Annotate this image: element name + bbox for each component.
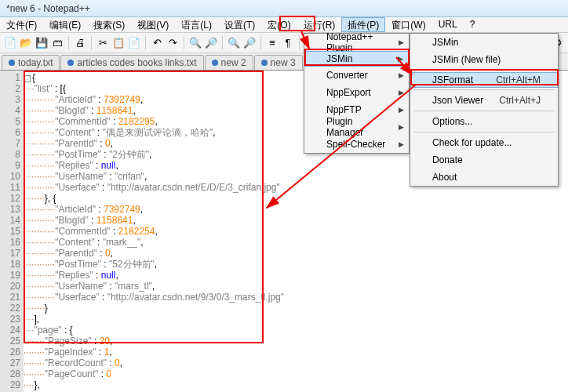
copy-icon[interactable]: 📋 — [111, 36, 126, 50]
tab-label: articles codes books links.txt — [77, 57, 196, 68]
menu-settings[interactable]: 设置(T) — [218, 17, 261, 32]
tab-articles[interactable]: articles codes books links.txt — [60, 55, 203, 70]
chevron-right-icon: ▶ — [398, 55, 403, 63]
zoom-out-icon[interactable]: 🔎 — [242, 36, 257, 50]
menu-search[interactable]: 搜索(S) — [87, 17, 131, 32]
separator — [413, 111, 555, 111]
chevron-right-icon: ▶ — [399, 123, 404, 131]
menu-jsmin-cmd[interactable]: JSMin — [410, 34, 558, 51]
label: JSMin (New file) — [432, 54, 501, 65]
menu-lang[interactable]: 语言(L) — [175, 17, 218, 32]
label: Check for update... — [432, 137, 512, 148]
menu-jsmin[interactable]: JSMin▶ — [304, 51, 409, 67]
label: Plugin Manager — [326, 116, 391, 138]
tab-status-icon — [67, 60, 74, 66]
tab-status-icon — [212, 60, 218, 66]
label: Spell-Checker — [326, 139, 385, 150]
menu-run[interactable]: 运行(R) — [297, 17, 342, 32]
redo-icon[interactable]: ↷ — [166, 36, 180, 50]
plugins-submenu: Notepad++ Plugin▶ JSMin▶ Converter▶ NppE… — [304, 33, 410, 154]
chevron-right-icon: ▶ — [399, 106, 404, 114]
chevron-right-icon: ▶ — [399, 71, 404, 79]
save-all-icon[interactable]: 🗃 — [50, 36, 64, 50]
paste-icon[interactable]: 📄 — [127, 36, 141, 50]
menu-plugins[interactable]: 插件(P) — [341, 17, 385, 32]
menu-converter[interactable]: Converter▶ — [304, 67, 409, 84]
menu-about[interactable]: About — [410, 169, 558, 186]
menu-jsformat[interactable]: JSFormatCtrl+Alt+M — [410, 72, 558, 88]
label: JSMin — [326, 53, 352, 64]
shortcut: Ctrl+Alt+M — [480, 74, 541, 85]
tab-label: new 2 — [221, 57, 246, 68]
label: NppExport — [326, 87, 371, 98]
menu-edit[interactable]: 编辑(E) — [43, 17, 87, 32]
tab-today[interactable]: today.txt — [2, 55, 60, 70]
label: About — [432, 172, 457, 183]
label: Options... — [432, 116, 472, 127]
label: Notepad++ Plugin — [326, 31, 391, 53]
menu-npp-plugin[interactable]: Notepad++ Plugin▶ — [304, 34, 409, 51]
menu-nppexport[interactable]: NppExport▶ — [304, 84, 409, 101]
tab-label: new 3 — [271, 57, 296, 68]
undo-icon[interactable]: ↶ — [150, 36, 164, 50]
menu-options[interactable]: Options... — [410, 113, 558, 130]
label: JSFormat — [432, 74, 473, 85]
menu-file[interactable]: 文件(F) — [0, 17, 43, 32]
shortcut: Ctrl+Alt+J — [483, 95, 541, 106]
label: Donate — [432, 154, 463, 165]
jsmin-submenu: JSMin JSMin (New file) JSFormatCtrl+Alt+… — [410, 33, 559, 187]
tab-status-icon — [9, 60, 15, 66]
label: NppFTP — [326, 104, 362, 115]
new-file-icon[interactable]: 📄 — [3, 36, 17, 50]
menu-macro[interactable]: 宏(O) — [261, 17, 297, 32]
tab-status-icon — [261, 60, 268, 66]
find-icon[interactable]: 🔍 — [188, 36, 202, 50]
menu-view[interactable]: 视图(V) — [131, 17, 175, 32]
wordwrap-icon[interactable]: ≡ — [265, 36, 279, 50]
menu-donate[interactable]: Donate — [410, 151, 558, 169]
line-gutter: 1234567891011121314151617181920212223242… — [0, 71, 24, 392]
separator — [413, 70, 555, 71]
menu-check-update[interactable]: Check for update... — [410, 134, 558, 151]
print-icon[interactable]: 🖨 — [73, 36, 87, 50]
zoom-in-icon[interactable]: 🔍 — [227, 36, 241, 50]
menu-bar: 文件(F) 编辑(E) 搜索(S) 视图(V) 语言(L) 设置(T) 宏(O)… — [0, 17, 568, 33]
separator — [413, 89, 555, 90]
label: Converter — [326, 70, 368, 81]
menu-jsmin-new[interactable]: JSMin (New file) — [410, 51, 558, 68]
window-title: *new 6 - Notepad++ — [0, 0, 568, 17]
menu-window[interactable]: 窗口(W) — [385, 17, 431, 32]
menu-help[interactable]: ? — [464, 17, 482, 32]
cut-icon[interactable]: ✂ — [96, 36, 110, 50]
tab-new3[interactable]: new 3 — [254, 55, 303, 70]
label: Json Viewer — [432, 95, 483, 106]
save-icon[interactable]: 💾 — [35, 36, 49, 50]
tab-label: today.txt — [18, 57, 53, 68]
menu-spellchecker[interactable]: Spell-Checker▶ — [304, 136, 409, 153]
label: JSMin — [432, 37, 458, 48]
showall-icon[interactable]: ¶ — [281, 36, 295, 50]
separator — [413, 132, 555, 132]
tab-new2[interactable]: new 2 — [205, 55, 253, 70]
menu-json-viewer[interactable]: Json ViewerCtrl+Alt+J — [410, 92, 558, 109]
chevron-right-icon: ▶ — [399, 89, 404, 96]
open-file-icon[interactable]: 📂 — [19, 36, 33, 50]
chevron-right-icon: ▶ — [399, 38, 404, 46]
menu-url[interactable]: URL — [432, 17, 464, 32]
menu-plugin-manager[interactable]: Plugin Manager▶ — [304, 118, 409, 136]
chevron-right-icon: ▶ — [399, 140, 404, 148]
replace-icon[interactable]: 🔎 — [204, 36, 218, 50]
